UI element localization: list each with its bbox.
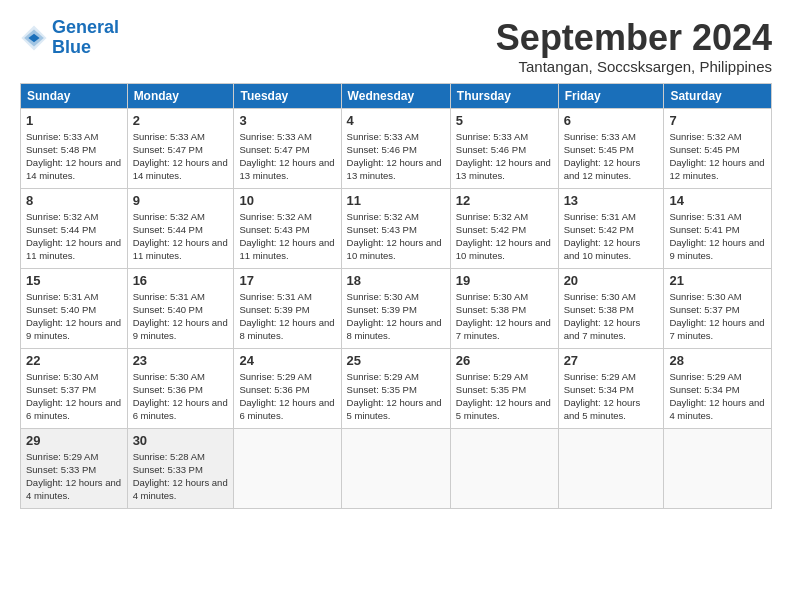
calendar-cell (341, 428, 450, 508)
day-number: 11 (347, 193, 445, 208)
calendar-cell: 26Sunrise: 5:29 AM Sunset: 5:35 PM Dayli… (450, 348, 558, 428)
day-info: Sunrise: 5:29 AM Sunset: 5:35 PM Dayligh… (347, 370, 445, 423)
day-number: 29 (26, 433, 122, 448)
day-info: Sunrise: 5:29 AM Sunset: 5:34 PM Dayligh… (669, 370, 766, 423)
col-monday: Monday (127, 83, 234, 108)
day-number: 24 (239, 353, 335, 368)
calendar-cell: 28Sunrise: 5:29 AM Sunset: 5:34 PM Dayli… (664, 348, 772, 428)
day-number: 19 (456, 273, 553, 288)
day-info: Sunrise: 5:32 AM Sunset: 5:43 PM Dayligh… (347, 210, 445, 263)
day-info: Sunrise: 5:33 AM Sunset: 5:48 PM Dayligh… (26, 130, 122, 183)
logo: General Blue (20, 18, 119, 58)
day-info: Sunrise: 5:30 AM Sunset: 5:37 PM Dayligh… (26, 370, 122, 423)
day-number: 18 (347, 273, 445, 288)
header: General Blue September 2024 Tantangan, S… (20, 18, 772, 75)
day-number: 22 (26, 353, 122, 368)
month-title: September 2024 (496, 18, 772, 58)
calendar-cell: 14Sunrise: 5:31 AM Sunset: 5:41 PM Dayli… (664, 188, 772, 268)
col-sunday: Sunday (21, 83, 128, 108)
day-info: Sunrise: 5:32 AM Sunset: 5:44 PM Dayligh… (26, 210, 122, 263)
day-info: Sunrise: 5:31 AM Sunset: 5:40 PM Dayligh… (133, 290, 229, 343)
calendar-cell: 3Sunrise: 5:33 AM Sunset: 5:47 PM Daylig… (234, 108, 341, 188)
day-info: Sunrise: 5:33 AM Sunset: 5:47 PM Dayligh… (239, 130, 335, 183)
day-number: 13 (564, 193, 659, 208)
day-number: 9 (133, 193, 229, 208)
day-info: Sunrise: 5:32 AM Sunset: 5:42 PM Dayligh… (456, 210, 553, 263)
calendar-cell: 25Sunrise: 5:29 AM Sunset: 5:35 PM Dayli… (341, 348, 450, 428)
day-number: 15 (26, 273, 122, 288)
col-saturday: Saturday (664, 83, 772, 108)
day-info: Sunrise: 5:29 AM Sunset: 5:35 PM Dayligh… (456, 370, 553, 423)
calendar-cell: 9Sunrise: 5:32 AM Sunset: 5:44 PM Daylig… (127, 188, 234, 268)
day-number: 17 (239, 273, 335, 288)
day-info: Sunrise: 5:30 AM Sunset: 5:39 PM Dayligh… (347, 290, 445, 343)
calendar-row-3: 22Sunrise: 5:30 AM Sunset: 5:37 PM Dayli… (21, 348, 772, 428)
calendar-cell: 24Sunrise: 5:29 AM Sunset: 5:36 PM Dayli… (234, 348, 341, 428)
day-info: Sunrise: 5:33 AM Sunset: 5:45 PM Dayligh… (564, 130, 659, 183)
calendar-cell: 15Sunrise: 5:31 AM Sunset: 5:40 PM Dayli… (21, 268, 128, 348)
calendar-cell: 1Sunrise: 5:33 AM Sunset: 5:48 PM Daylig… (21, 108, 128, 188)
day-info: Sunrise: 5:30 AM Sunset: 5:36 PM Dayligh… (133, 370, 229, 423)
calendar-cell: 8Sunrise: 5:32 AM Sunset: 5:44 PM Daylig… (21, 188, 128, 268)
day-number: 7 (669, 113, 766, 128)
calendar-cell: 27Sunrise: 5:29 AM Sunset: 5:34 PM Dayli… (558, 348, 664, 428)
calendar-cell: 11Sunrise: 5:32 AM Sunset: 5:43 PM Dayli… (341, 188, 450, 268)
calendar-table: Sunday Monday Tuesday Wednesday Thursday… (20, 83, 772, 509)
day-number: 14 (669, 193, 766, 208)
calendar-row-0: 1Sunrise: 5:33 AM Sunset: 5:48 PM Daylig… (21, 108, 772, 188)
day-number: 16 (133, 273, 229, 288)
day-number: 2 (133, 113, 229, 128)
calendar-cell: 21Sunrise: 5:30 AM Sunset: 5:37 PM Dayli… (664, 268, 772, 348)
logo-line1: General (52, 17, 119, 37)
day-info: Sunrise: 5:33 AM Sunset: 5:47 PM Dayligh… (133, 130, 229, 183)
day-number: 8 (26, 193, 122, 208)
calendar-cell: 7Sunrise: 5:32 AM Sunset: 5:45 PM Daylig… (664, 108, 772, 188)
calendar-cell: 29Sunrise: 5:29 AM Sunset: 5:33 PM Dayli… (21, 428, 128, 508)
calendar-cell (664, 428, 772, 508)
calendar-cell: 22Sunrise: 5:30 AM Sunset: 5:37 PM Dayli… (21, 348, 128, 428)
day-number: 30 (133, 433, 229, 448)
day-number: 26 (456, 353, 553, 368)
calendar-cell: 20Sunrise: 5:30 AM Sunset: 5:38 PM Dayli… (558, 268, 664, 348)
calendar-cell: 19Sunrise: 5:30 AM Sunset: 5:38 PM Dayli… (450, 268, 558, 348)
day-number: 12 (456, 193, 553, 208)
logo-icon (20, 24, 48, 52)
day-info: Sunrise: 5:32 AM Sunset: 5:44 PM Dayligh… (133, 210, 229, 263)
day-number: 3 (239, 113, 335, 128)
calendar-cell: 10Sunrise: 5:32 AM Sunset: 5:43 PM Dayli… (234, 188, 341, 268)
logo-line2: Blue (52, 37, 91, 57)
day-info: Sunrise: 5:31 AM Sunset: 5:40 PM Dayligh… (26, 290, 122, 343)
day-info: Sunrise: 5:31 AM Sunset: 5:41 PM Dayligh… (669, 210, 766, 263)
day-info: Sunrise: 5:32 AM Sunset: 5:43 PM Dayligh… (239, 210, 335, 263)
calendar-cell: 5Sunrise: 5:33 AM Sunset: 5:46 PM Daylig… (450, 108, 558, 188)
col-thursday: Thursday (450, 83, 558, 108)
calendar-cell (558, 428, 664, 508)
calendar-cell: 16Sunrise: 5:31 AM Sunset: 5:40 PM Dayli… (127, 268, 234, 348)
day-info: Sunrise: 5:31 AM Sunset: 5:42 PM Dayligh… (564, 210, 659, 263)
day-info: Sunrise: 5:33 AM Sunset: 5:46 PM Dayligh… (456, 130, 553, 183)
col-wednesday: Wednesday (341, 83, 450, 108)
day-info: Sunrise: 5:28 AM Sunset: 5:33 PM Dayligh… (133, 450, 229, 503)
day-number: 10 (239, 193, 335, 208)
day-info: Sunrise: 5:30 AM Sunset: 5:38 PM Dayligh… (456, 290, 553, 343)
calendar-cell: 4Sunrise: 5:33 AM Sunset: 5:46 PM Daylig… (341, 108, 450, 188)
calendar-row-4: 29Sunrise: 5:29 AM Sunset: 5:33 PM Dayli… (21, 428, 772, 508)
day-info: Sunrise: 5:32 AM Sunset: 5:45 PM Dayligh… (669, 130, 766, 183)
calendar-row-2: 15Sunrise: 5:31 AM Sunset: 5:40 PM Dayli… (21, 268, 772, 348)
calendar-cell (450, 428, 558, 508)
page: General Blue September 2024 Tantangan, S… (0, 0, 792, 519)
day-number: 4 (347, 113, 445, 128)
day-number: 5 (456, 113, 553, 128)
day-number: 27 (564, 353, 659, 368)
calendar-cell: 6Sunrise: 5:33 AM Sunset: 5:45 PM Daylig… (558, 108, 664, 188)
calendar-cell: 17Sunrise: 5:31 AM Sunset: 5:39 PM Dayli… (234, 268, 341, 348)
calendar-row-1: 8Sunrise: 5:32 AM Sunset: 5:44 PM Daylig… (21, 188, 772, 268)
calendar-cell: 13Sunrise: 5:31 AM Sunset: 5:42 PM Dayli… (558, 188, 664, 268)
calendar-header-row: Sunday Monday Tuesday Wednesday Thursday… (21, 83, 772, 108)
logo-text: General Blue (52, 18, 119, 58)
day-info: Sunrise: 5:29 AM Sunset: 5:33 PM Dayligh… (26, 450, 122, 503)
calendar-cell: 30Sunrise: 5:28 AM Sunset: 5:33 PM Dayli… (127, 428, 234, 508)
day-number: 1 (26, 113, 122, 128)
day-number: 28 (669, 353, 766, 368)
calendar-cell: 2Sunrise: 5:33 AM Sunset: 5:47 PM Daylig… (127, 108, 234, 188)
